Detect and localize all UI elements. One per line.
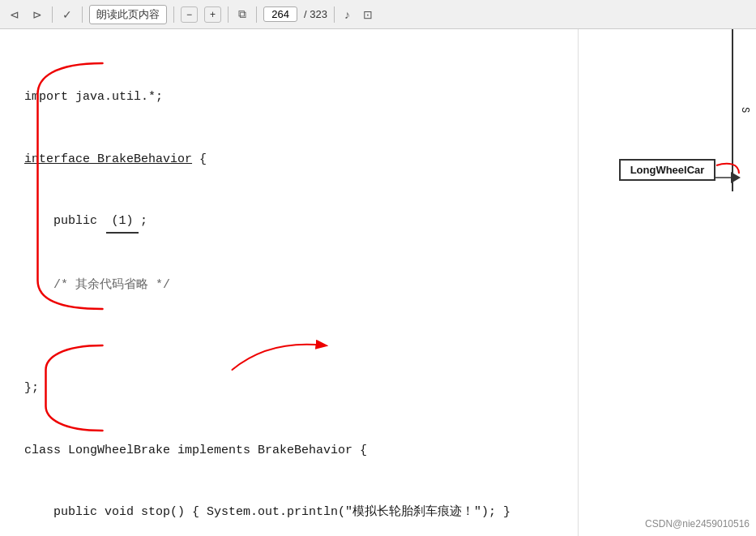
diagram-box: LongWheelCar bbox=[619, 159, 716, 181]
code-block: import java.util.*; interface BrakeBehav… bbox=[24, 45, 553, 536]
next-btn[interactable]: ⊳ bbox=[29, 6, 45, 23]
read-btn[interactable]: 朗读此页内容 bbox=[89, 5, 167, 24]
sound-btn[interactable]: ♪ bbox=[341, 6, 353, 23]
code-line-3: public (1); bbox=[24, 211, 553, 234]
diagram-panel: S LongWheelCar CSDN@nie2459010516 bbox=[578, 29, 756, 536]
watermark: CSDN@nie2459010516 bbox=[645, 518, 750, 530]
minus-btn[interactable]: − bbox=[181, 6, 198, 23]
prev-btn[interactable]: ⊲ bbox=[6, 6, 23, 23]
blank-1: (1) bbox=[106, 211, 139, 234]
separator-6 bbox=[334, 6, 335, 23]
page-wrapper: ⊲ ⊳ ✓ 朗读此页内容 − + ⧉ / 323 ♪ ⊡ import java… bbox=[0, 0, 756, 536]
bookmark-btn[interactable]: ⊡ bbox=[360, 6, 376, 23]
content-area: import java.util.*; interface BrakeBehav… bbox=[0, 29, 756, 536]
code-line-4: /* 其余代码省略 */ bbox=[24, 275, 553, 296]
code-line-1: import java.util.*; bbox=[24, 87, 553, 108]
copy-btn[interactable]: ⧉ bbox=[235, 6, 250, 23]
code-line-2: interface BrakeBehavior { bbox=[24, 149, 553, 170]
code-line-8: public void stop() { System.out.println(… bbox=[24, 502, 553, 523]
code-line-7: class LongWheelBrake implements BrakeBeh… bbox=[24, 440, 553, 461]
check-btn[interactable]: ✓ bbox=[59, 6, 75, 23]
code-line-6: }; bbox=[24, 378, 553, 399]
page-input[interactable] bbox=[263, 6, 297, 22]
svg-marker-1 bbox=[731, 172, 741, 183]
separator-1 bbox=[52, 6, 53, 23]
page-total: / 323 bbox=[304, 8, 327, 20]
separator-4 bbox=[228, 6, 229, 23]
toolbar: ⊲ ⊳ ✓ 朗读此页内容 − + ⧉ / 323 ♪ ⊡ bbox=[0, 0, 756, 29]
separator-2 bbox=[82, 6, 83, 23]
code-panel: import java.util.*; interface BrakeBehav… bbox=[0, 29, 578, 536]
separator-3 bbox=[173, 6, 174, 23]
plus-btn[interactable]: + bbox=[204, 6, 221, 23]
separator-5 bbox=[256, 6, 257, 23]
